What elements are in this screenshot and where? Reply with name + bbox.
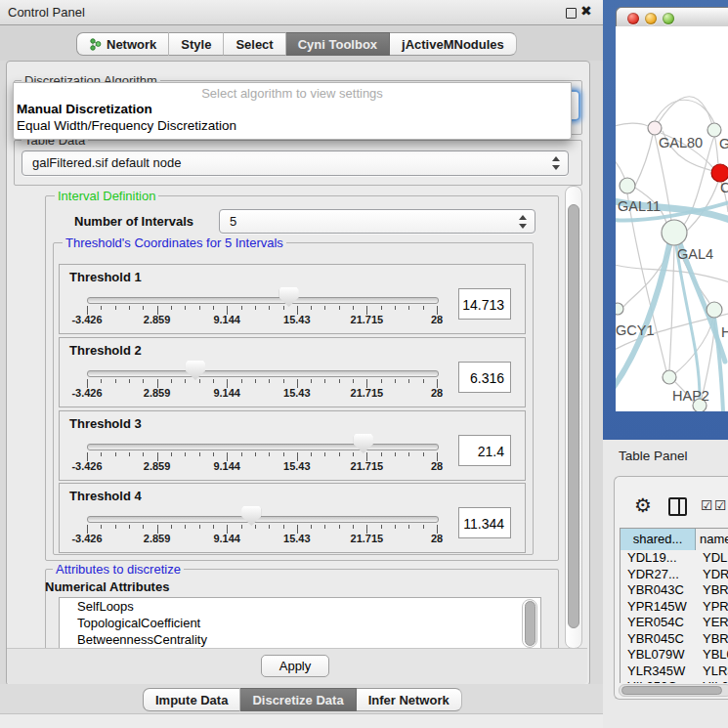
table-row[interactable]: YBL079WYBL0 <box>621 647 728 663</box>
algorithm-option-equal-width-frequency-discretization[interactable]: Equal Width/Frequency Discretization <box>17 118 236 133</box>
node-label-gal11: GAL11 <box>618 198 661 214</box>
network-edge[interactable] <box>655 100 714 123</box>
threshold-row: Threshold 3-3.4262.8599.14415.4321.71528… <box>59 410 526 481</box>
table-panel-title: Table Panel <box>619 449 688 463</box>
threshold-label: Threshold 1 <box>69 270 142 284</box>
scale-label: -3.426 <box>64 387 110 399</box>
cell-shared-name: YLR345W <box>627 664 685 678</box>
table-panel: ⚙ ☑ ☑ shared...nameYDL19...YDL1YDR27...Y… <box>614 476 728 700</box>
node-gal11[interactable] <box>620 178 635 193</box>
zoom-traffic-light[interactable] <box>663 13 674 24</box>
threshold-value-field[interactable]: 11.344 <box>458 507 511 538</box>
scale-label: 9.144 <box>203 460 250 472</box>
table-row[interactable]: YDR27...YDR2 <box>621 567 728 582</box>
tab-cyni-toolbox[interactable]: Cyni Toolbox <box>286 32 390 56</box>
cell-name: YBR0 <box>703 631 728 646</box>
scale-label: 28 <box>413 387 460 399</box>
close-icon[interactable]: ✖ <box>580 3 592 19</box>
slider-thumb[interactable] <box>354 434 373 453</box>
checkbox-icon[interactable]: ☑ <box>714 497 727 513</box>
tab-infer-network[interactable]: Infer Network <box>357 688 462 711</box>
node-hap2[interactable] <box>663 370 676 384</box>
slider-thumb[interactable] <box>186 361 205 380</box>
node-label-gcy1: GCY1 <box>616 322 655 338</box>
network-window-titlebar[interactable] <box>616 7 728 28</box>
table-row[interactable]: YLR345WYLR3 <box>621 664 728 679</box>
slider-thumb[interactable] <box>241 506 261 526</box>
scale-label: 2.859 <box>134 387 181 399</box>
table-row[interactable]: YPR145WYPR1 <box>621 599 728 615</box>
table-row[interactable]: YER054CYER0 <box>621 615 728 630</box>
algorithm-hint: Select algorithm to view settings <box>14 86 571 101</box>
checkbox-icon[interactable]: ☑ <box>701 497 713 513</box>
table-row[interactable]: YBR045CYBR0 <box>621 631 728 647</box>
tab-network[interactable]: Network <box>76 32 169 56</box>
scale-label: 15.43 <box>274 533 321 544</box>
panel-title: Control Panel <box>8 5 85 20</box>
network-edge[interactable] <box>635 135 653 186</box>
cell-shared-name: YIL052C <box>627 679 677 683</box>
node-gcy1[interactable] <box>616 303 623 315</box>
algorithm-option-manual-discretization[interactable]: Manual Discretization <box>17 102 152 116</box>
column-header-shared[interactable]: shared... <box>621 529 696 550</box>
network-edge[interactable] <box>616 264 728 283</box>
cell-shared-name: YBR045C <box>627 631 684 646</box>
network-canvas[interactable]: GAL80GACGAL11GAL4GCY1HHAP2 <box>616 26 728 411</box>
network-edge[interactable] <box>669 245 674 370</box>
tab-label: Cyni Toolbox <box>298 37 377 52</box>
tab-label: Style <box>181 37 211 52</box>
tab-impute-data[interactable]: Impute Data <box>143 688 240 711</box>
tab-label: Infer Network <box>368 693 450 707</box>
bottom-tabs: Impute DataDiscretize DataInfer Network <box>143 688 462 711</box>
node-top-right[interactable] <box>707 123 721 137</box>
node-gal4[interactable] <box>662 220 687 245</box>
attribute-item-topologicalcoefficient[interactable]: TopologicalCoefficient <box>60 615 540 631</box>
apply-button[interactable]: Apply <box>261 655 329 677</box>
slider-thumb[interactable] <box>279 287 299 307</box>
node-gal80[interactable] <box>648 121 662 135</box>
slider-track[interactable] <box>87 444 439 450</box>
close-traffic-light[interactable] <box>627 13 639 24</box>
table-row[interactable]: YIL052CYIL0 <box>621 679 728 683</box>
float-window-icon[interactable] <box>566 8 577 19</box>
threshold-value-field[interactable]: 6.316 <box>458 362 511 393</box>
node-right-h[interactable] <box>707 302 722 318</box>
split-columns-icon[interactable] <box>668 497 687 516</box>
threshold-value-field[interactable]: 14.713 <box>458 288 511 320</box>
column-header-name[interactable]: name <box>696 529 728 550</box>
control-panel-titlebar: Control Panel ✖ <box>0 0 603 25</box>
gear-icon[interactable]: ⚙ <box>634 496 652 516</box>
node-table: shared...nameYDL19...YDL1YDR27...YDR2YBR… <box>620 528 728 683</box>
panel-scrollbar[interactable] <box>565 186 582 649</box>
tab-jactivemnodules[interactable]: jActiveMNodules <box>390 32 517 56</box>
tab-select[interactable]: Select <box>224 32 285 56</box>
scale-label: 21.715 <box>343 387 390 399</box>
minimize-traffic-light[interactable] <box>645 13 657 24</box>
cell-shared-name: YER054C <box>627 615 684 629</box>
tab-style[interactable]: Style <box>169 32 224 56</box>
scale-label: 2.859 <box>134 314 181 325</box>
attribute-item-selfloops[interactable]: SelfLoops <box>60 598 540 615</box>
attributes-list-scrollbar[interactable] <box>522 599 537 648</box>
attribute-item-betweennesscentrality[interactable]: BetweennessCentrality <box>60 631 540 648</box>
number-of-intervals-combobox[interactable]: 5 <box>219 209 535 234</box>
tab-discretize-data[interactable]: Discretize Data <box>240 688 356 711</box>
cell-shared-name: YDR27... <box>627 567 679 581</box>
slider-track[interactable] <box>87 516 439 523</box>
top-tabs: NetworkStyleSelectCyni ToolboxjActiveMNo… <box>76 32 517 56</box>
table-row[interactable]: YBR043CYBR0 <box>621 582 728 598</box>
threshold-value-field[interactable]: 21.4 <box>458 435 511 466</box>
cell-name: YDL1 <box>703 550 728 565</box>
threshold-label: Threshold 4 <box>69 489 142 503</box>
table-row[interactable]: YDL19...YDL1 <box>621 550 728 566</box>
table-hscrollbar[interactable] <box>619 684 728 697</box>
network-edge[interactable] <box>616 123 648 127</box>
network-edge[interactable] <box>616 156 625 180</box>
thresholds-title: Threshold's Coordinates for 5 Intervals <box>63 236 286 250</box>
table-data-combobox[interactable]: galFiltered.sif default node <box>21 150 569 176</box>
cell-shared-name: YPR145W <box>627 599 687 614</box>
slider-track[interactable] <box>87 370 439 377</box>
slider-track[interactable] <box>87 297 439 304</box>
scale-label: 21.715 <box>343 533 390 544</box>
scale-label: 28 <box>413 460 460 472</box>
